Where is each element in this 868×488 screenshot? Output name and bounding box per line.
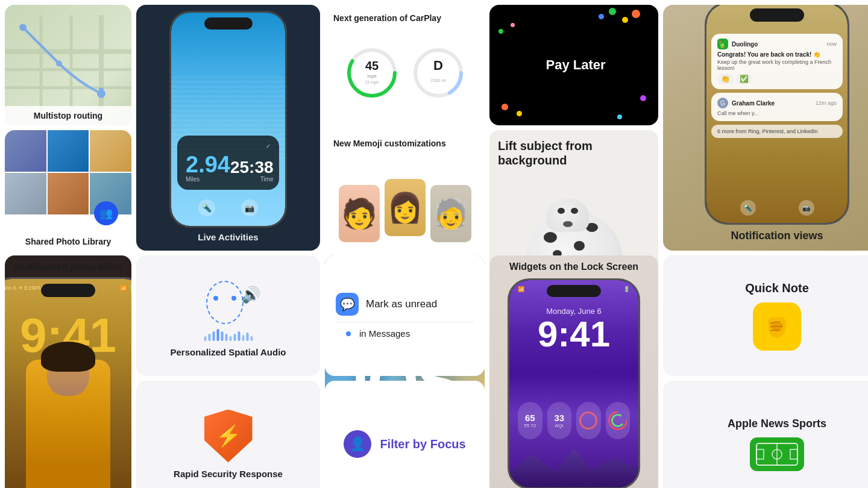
svg-point-7 bbox=[56, 61, 62, 67]
carplay-title: Next generation of CarPlay bbox=[333, 13, 476, 23]
duolingo-icon: 🦜 bbox=[717, 39, 728, 49]
widget-aqi: 33 AQI bbox=[547, 402, 572, 439]
spatial-audio-label: Personalized Spatial Audio bbox=[171, 347, 286, 357]
notifications-label: Notification views bbox=[663, 230, 868, 242]
notification-2: G Graham Clarke 12m ago Call me when y..… bbox=[711, 93, 843, 121]
multilayer-title: Multilayered photo effect bbox=[5, 261, 131, 272]
la-time: 25:38 bbox=[230, 159, 274, 176]
svg-point-6 bbox=[19, 24, 27, 31]
memoji-2: 👩 bbox=[385, 179, 426, 236]
news-sports-label: Apple News Sports bbox=[728, 418, 826, 430]
card-widgets-lock: Widgets on the Lock Screen 📶 🔋 Monday, J… bbox=[489, 255, 658, 488]
card-filter-focus: 👤 Filter by Focus bbox=[325, 381, 485, 488]
widget-temp-num: 65 bbox=[525, 413, 535, 423]
card-live-activities: ✓ 2.94 Miles 25:38 Time 🔦 📷 bbox=[136, 5, 320, 251]
svg-text:45: 45 bbox=[365, 59, 378, 72]
memoji-3: 🧓 bbox=[430, 185, 471, 242]
widget-temp: 65 55 72 bbox=[518, 402, 542, 439]
camera-icon[interactable]: 📷 bbox=[241, 199, 258, 216]
flashlight-icon[interactable]: 🔦 bbox=[198, 199, 215, 216]
contact-avatar: G bbox=[717, 98, 728, 108]
memoji-1: 🧑 bbox=[339, 185, 380, 242]
card-multistop: Multistop routing bbox=[5, 5, 131, 125]
quick-note-label: Quick Note bbox=[745, 281, 809, 295]
card-mark-unread: 💬 Mark as unread in Messages bbox=[325, 255, 485, 376]
security-shield-icon: ⚡ bbox=[204, 410, 253, 463]
shared-photo-label: Shared Photo Library bbox=[5, 233, 131, 251]
svg-text:mph: mph bbox=[367, 74, 377, 79]
card-news-sports: Apple News Sports bbox=[663, 381, 868, 488]
in-messages-text: in Messages bbox=[359, 328, 410, 339]
widgets-lock-title: Widgets on the Lock Screen bbox=[489, 261, 658, 272]
carplay-speed-gauge: 45 mph 15 mph bbox=[345, 46, 399, 100]
card-security-response: ⚡ Rapid Security Response bbox=[136, 381, 320, 488]
carplay-info-gauge: D 2183 mi bbox=[411, 46, 465, 100]
messages-icon: 💬 bbox=[336, 293, 359, 316]
card-multilayer: Multilayered photo effect Mon 6 ☀ 8:29PM… bbox=[5, 255, 131, 488]
widgets-phone: 📶 🔋 Monday, June 6 9:41 65 55 72 33 AQI bbox=[508, 278, 640, 488]
svg-text:15 mph: 15 mph bbox=[365, 80, 379, 85]
quick-note-app-icon bbox=[753, 302, 801, 351]
notifications-phone: 🦜 Duolingo now Congrats! You are back on… bbox=[705, 5, 849, 225]
notification-1: 🦜 Duolingo now Congrats! You are back on… bbox=[711, 34, 843, 89]
live-activities-phone: ✓ 2.94 Miles 25:38 Time 🔦 📷 bbox=[169, 11, 287, 228]
in-messages-dot bbox=[346, 331, 351, 336]
notif-camera-icon[interactable]: 📷 bbox=[799, 200, 814, 216]
card-shared-photo: 👥 Shared Photo Library bbox=[5, 130, 131, 251]
la-time-label: Time bbox=[230, 176, 274, 183]
la-distance: 2.94 bbox=[186, 153, 230, 176]
live-activities-label: Live Activities bbox=[198, 232, 258, 242]
notification-more: 6 more from Ring, Pinterest, and LinkedI… bbox=[711, 125, 843, 138]
svg-text:2183 mi: 2183 mi bbox=[430, 78, 445, 83]
pay-later-content: Pay Later bbox=[542, 57, 605, 73]
svg-text:D: D bbox=[433, 58, 443, 73]
spatial-audio-visual: 🔊 bbox=[195, 275, 262, 341]
widget-rings bbox=[606, 402, 631, 439]
memoji-title: New Memoji customizations bbox=[333, 139, 476, 148]
card-notifications: 🦜 Duolingo now Congrats! You are back on… bbox=[663, 5, 868, 251]
widget-aqi-label: AQI bbox=[555, 423, 564, 428]
filter-focus-icon: 👤 bbox=[344, 430, 371, 458]
card-pay-later: Pay Later bbox=[489, 5, 658, 125]
pay-later-text: Pay Later bbox=[546, 57, 605, 73]
notif-flashlight-icon[interactable]: 🔦 bbox=[740, 200, 756, 216]
widget-aqi-num: 33 bbox=[554, 413, 564, 423]
filter-focus-text: Filter by Focus bbox=[380, 437, 465, 451]
widgets-time: 9:41 bbox=[509, 316, 638, 352]
lift-subject-title: Lift subject from background bbox=[498, 139, 658, 167]
multistop-label: Multistop routing bbox=[5, 106, 131, 125]
card-spatial-audio: 🔊 Personalized Spatial Audio bbox=[136, 255, 320, 376]
widget-activity bbox=[576, 402, 601, 439]
multilayer-phone: Mon 6 ☀ 8:29PM 📶 🔋 9:41 bbox=[5, 277, 131, 488]
multilayer-time-small: Mon 6 ☀ 8:29PM bbox=[5, 285, 43, 291]
security-response-label: Rapid Security Response bbox=[174, 469, 283, 479]
mark-unread-text: Mark as unread bbox=[366, 298, 437, 310]
card-memoji: New Memoji customizations 🧑 👩 🧓 bbox=[325, 130, 485, 251]
ear-icon: 🔊 bbox=[241, 286, 260, 304]
share-icon: 👥 bbox=[94, 201, 118, 225]
card-quick-note: Quick Note bbox=[663, 255, 868, 376]
news-sports-icon bbox=[750, 437, 804, 471]
card-carplay: Next generation of CarPlay 45 mph 15 mph… bbox=[325, 5, 485, 125]
